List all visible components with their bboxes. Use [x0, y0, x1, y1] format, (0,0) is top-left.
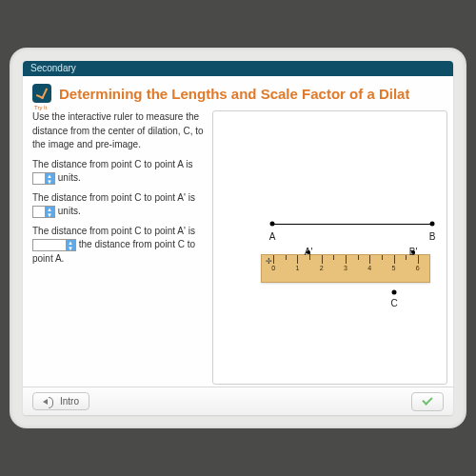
distance-ca-text-b: units. — [58, 172, 81, 183]
tablet-frame: Secondary Try It Determining the Lengths… — [10, 48, 466, 428]
stepper-icon[interactable]: ▲▼ — [45, 173, 54, 184]
distance-ca-input[interactable]: ▲▼ — [32, 172, 55, 185]
audio-icon — [43, 397, 54, 407]
ruler-ticks: 0 1 2 3 4 5 6 — [273, 255, 424, 282]
interactive-ruler[interactable]: ✢ 0 1 2 3 4 5 6 — [261, 254, 430, 283]
check-answer-button[interactable] — [411, 392, 444, 411]
point-c — [392, 290, 397, 295]
intro-button[interactable]: Intro — [32, 392, 89, 410]
distance-caprime-text-b: units. — [58, 206, 81, 216]
footer-bar: Intro — [23, 387, 453, 415]
try-it-icon — [32, 84, 51, 103]
scale-factor-text-a: The distance from point C to point A' is — [32, 226, 195, 236]
try-it-badge: Try It — [32, 84, 51, 103]
page-title: Determining the Lengths and Scale Factor… — [59, 86, 409, 102]
scale-factor-row: The distance from point C to point A' is… — [32, 225, 207, 267]
scale-factor-input[interactable]: ▲▼ — [32, 239, 76, 251]
lesson-header: Try It Determining the Lengths and Scale… — [23, 76, 453, 107]
top-nav-bar: Secondary — [23, 61, 453, 76]
distance-caprime-text-a: The distance from point C to point A' is — [32, 192, 195, 203]
label-b: B — [429, 231, 436, 242]
distance-caprime-row: The distance from point C to point A' is… — [32, 191, 207, 219]
segment-ab — [272, 224, 432, 225]
geometry-canvas[interactable]: A B ✢ 0 1 2 3 4 — [212, 110, 447, 385]
breadcrumb-secondary: Secondary — [30, 63, 76, 73]
instruction-intro: Use the interactive ruler to measure the… — [32, 110, 207, 152]
distance-ca-text-a: The distance from point C to point A is — [32, 159, 192, 169]
try-it-label: Try It — [34, 105, 47, 110]
distance-caprime-input[interactable]: ▲▼ — [32, 206, 55, 218]
label-a: A — [269, 231, 276, 242]
stepper-icon[interactable]: ▲▼ — [45, 207, 54, 217]
point-a — [270, 222, 275, 227]
intro-label: Intro — [60, 396, 79, 407]
point-a-prime — [307, 250, 310, 254]
instructions-panel: Use the interactive ruler to measure the… — [32, 110, 207, 385]
stepper-icon[interactable]: ▲▼ — [66, 240, 75, 250]
check-icon — [422, 394, 432, 405]
label-c: C — [390, 298, 397, 308]
point-b-prime — [411, 250, 415, 254]
app-screen: Secondary Try It Determining the Lengths… — [23, 61, 453, 415]
content-area: Use the interactive ruler to measure the… — [23, 107, 453, 387]
point-b — [430, 222, 435, 227]
distance-ca-row: The distance from point C to point A is … — [32, 158, 207, 186]
